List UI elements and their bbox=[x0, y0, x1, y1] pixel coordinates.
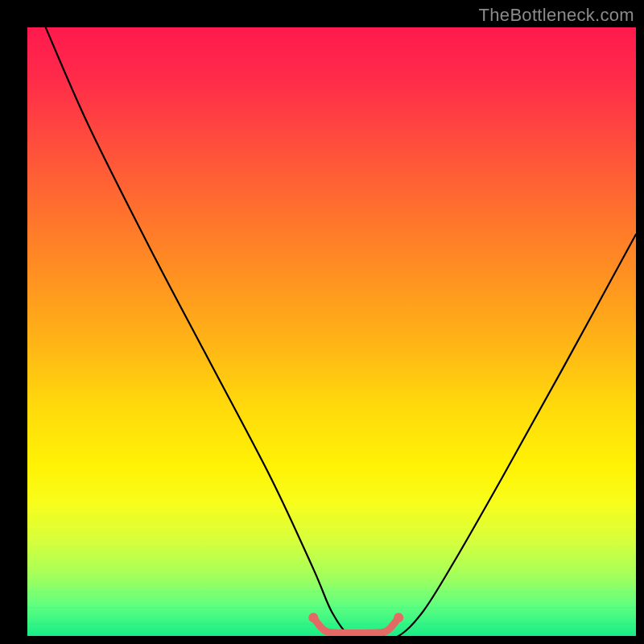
main-curve bbox=[46, 27, 636, 636]
accent-curve bbox=[313, 617, 398, 633]
plot-area bbox=[27, 27, 636, 636]
accent-endpoint bbox=[394, 613, 403, 622]
accent-endpoint bbox=[308, 613, 318, 622]
watermark-text: TheBottleneck.com bbox=[479, 5, 634, 26]
chart-frame: TheBottleneck.com bbox=[0, 0, 644, 644]
curves-svg bbox=[27, 27, 636, 636]
